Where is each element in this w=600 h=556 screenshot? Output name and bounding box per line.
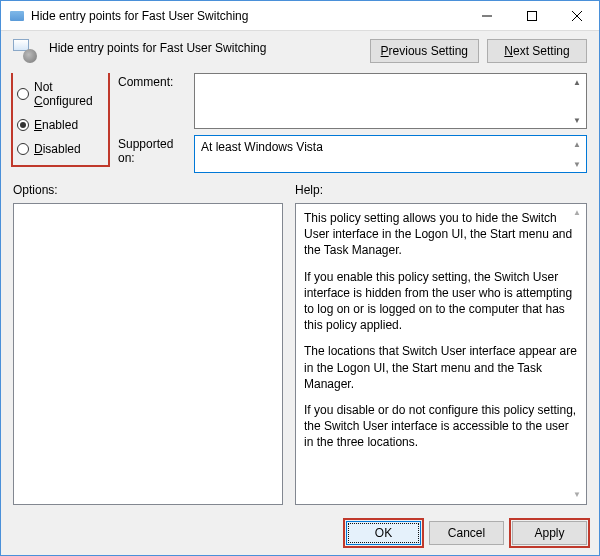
window-title: Hide entry points for Fast User Switchin… <box>31 9 464 23</box>
radio-icon <box>17 88 29 100</box>
svg-rect-1 <box>527 11 536 20</box>
comment-row: Comment: ▲ ▼ <box>118 73 587 129</box>
radio-not-configured[interactable]: Not Configured <box>17 75 104 113</box>
top-row: Not Configured Enabled Disabled Comment:… <box>13 73 587 173</box>
mid-row: Options: Help: This policy setting allow… <box>13 183 587 505</box>
options-column: Options: <box>13 183 283 505</box>
highlight-apply: Apply <box>512 521 587 545</box>
help-label: Help: <box>295 183 587 197</box>
state-radio-group: Not Configured Enabled Disabled <box>13 73 108 165</box>
supported-row: Supported on: At least Windows Vista ▲ ▼ <box>118 135 587 173</box>
radio-label: Not Configured <box>34 80 104 108</box>
cancel-button[interactable]: Cancel <box>429 521 504 545</box>
comment-textbox[interactable]: ▲ ▼ <box>194 73 587 129</box>
comment-column: Comment: ▲ ▼ Supported on: At least Wind… <box>118 73 587 173</box>
help-panel: This policy setting allows you to hide t… <box>295 203 587 505</box>
scroll-down-icon[interactable]: ▼ <box>571 489 583 501</box>
policy-dialog: Hide entry points for Fast User Switchin… <box>0 0 600 556</box>
radio-icon <box>17 119 29 131</box>
options-label: Options: <box>13 183 283 197</box>
highlight-ok: OK <box>346 521 421 545</box>
scroll-down-icon[interactable]: ▼ <box>571 114 583 126</box>
help-paragraph: The locations that Switch User interface… <box>304 343 578 392</box>
next-setting-button[interactable]: Next Setting <box>487 39 587 63</box>
nav-buttons: Previous Setting Next Setting <box>370 39 587 63</box>
supported-label: Supported on: <box>118 135 188 165</box>
help-paragraph: This policy setting allows you to hide t… <box>304 210 578 259</box>
scroll-down-icon[interactable]: ▼ <box>571 158 583 170</box>
radio-label: Enabled <box>34 118 78 132</box>
supported-on-text: At least Windows Vista <box>201 140 323 154</box>
radio-disabled[interactable]: Disabled <box>17 137 104 161</box>
previous-setting-button[interactable]: Previous Setting <box>370 39 479 63</box>
scroll-up-icon[interactable]: ▲ <box>571 207 583 219</box>
body: Not Configured Enabled Disabled Comment:… <box>1 73 599 513</box>
help-column: Help: This policy setting allows you to … <box>295 183 587 505</box>
scroll-up-icon[interactable]: ▲ <box>571 76 583 88</box>
supported-on-box: At least Windows Vista ▲ ▼ <box>194 135 587 173</box>
apply-button[interactable]: Apply <box>512 521 587 545</box>
help-paragraph: If you enable this policy setting, the S… <box>304 269 578 334</box>
radio-label: Disabled <box>34 142 81 156</box>
minimize-button[interactable] <box>464 1 509 30</box>
policy-header-icon <box>13 39 41 63</box>
maximize-button[interactable] <box>509 1 554 30</box>
scroll-up-icon[interactable]: ▲ <box>571 138 583 150</box>
titlebar: Hide entry points for Fast User Switchin… <box>1 1 599 31</box>
options-panel <box>13 203 283 505</box>
radio-enabled[interactable]: Enabled <box>17 113 104 137</box>
close-button[interactable] <box>554 1 599 30</box>
ok-button[interactable]: OK <box>346 521 421 545</box>
help-paragraph: If you disable or do not configure this … <box>304 402 578 451</box>
header-row: Hide entry points for Fast User Switchin… <box>1 31 599 73</box>
comment-label: Comment: <box>118 73 188 89</box>
policy-name: Hide entry points for Fast User Switchin… <box>49 39 370 55</box>
policy-icon <box>9 8 25 24</box>
radio-icon <box>17 143 29 155</box>
footer: OK Cancel Apply <box>1 513 599 555</box>
